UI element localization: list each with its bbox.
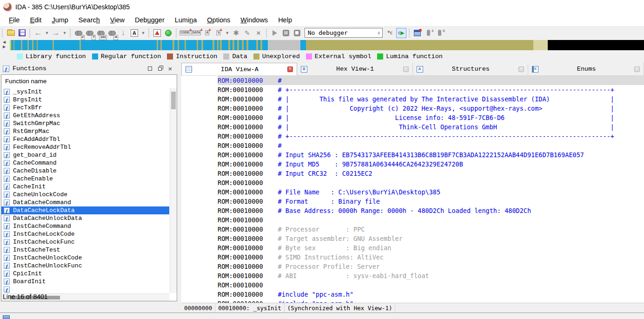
search-text-button[interactable]: T <box>85 28 95 38</box>
toolbar-grip[interactable] <box>175 28 178 38</box>
lumina-button[interactable] <box>163 28 173 38</box>
function-list-item[interactable]: f FecTxBfr <box>1 104 169 112</box>
disassembly-line[interactable]: ROM:00010000#include "ppc-asm.h" <box>218 299 644 303</box>
make-ascii-button[interactable]: A+ <box>202 28 212 38</box>
forward-history-dropdown[interactable]: ▼ <box>62 28 67 38</box>
rename-button[interactable]: A <box>129 28 139 38</box>
menu-item[interactable]: Edit <box>25 15 46 25</box>
delete-breakpoint-button[interactable]: × <box>435 28 445 38</box>
functions-vertical-scrollbar[interactable] <box>170 88 177 293</box>
debugger-select[interactable]: No debugger∨ <box>305 28 383 38</box>
navband-scroll-arrows[interactable]: ◀ ▶ <box>3 40 6 49</box>
add-breakpoint-button[interactable]: + <box>424 28 434 38</box>
open-file-button[interactable] <box>6 28 16 38</box>
disassembly-line[interactable]: ROM:00010000# | License info: 48-591F-7C… <box>218 113 644 122</box>
navigation-band[interactable] <box>10 40 644 50</box>
search-binary-button[interactable]: 101 <box>96 28 106 38</box>
make-string-button[interactable]: 's+ <box>213 28 224 38</box>
debugger-windows-button[interactable] <box>412 28 423 38</box>
edit-function-button[interactable]: ✎ <box>242 28 252 38</box>
make-data-button[interactable]: DATA+ <box>191 28 201 38</box>
menu-item[interactable]: Lumina <box>170 15 202 25</box>
tab-close-icon[interactable]: × <box>518 66 524 72</box>
panel-float-button[interactable] <box>155 66 165 72</box>
search-next-button[interactable]: ➜ <box>107 28 117 38</box>
view-tab[interactable]: Enums × <box>528 63 644 75</box>
make-code-button[interactable]: CODE+ <box>179 28 190 38</box>
disassembly-line[interactable]: ROM:00010000# Input SHA256 : EB7543173AF… <box>218 150 644 160</box>
disassembly-line[interactable]: ROM:00010000# Target assembler: GNU Asse… <box>218 234 644 243</box>
toolbar-grip[interactable] <box>29 28 31 38</box>
disassembly-line[interactable]: ROM:00010000 <box>218 178 644 187</box>
jump-next-button[interactable]: ↓ <box>118 28 128 38</box>
menu-item[interactable]: File <box>4 15 25 25</box>
disassembly-line[interactable]: ROM:00010000# ABI : sysv-eabi-hard_float <box>218 271 644 280</box>
function-list-item[interactable]: f CacheDisable <box>1 167 169 175</box>
save-button[interactable] <box>17 28 27 38</box>
disassembly-line[interactable]: ROM:00010000# Processor Profile: Server <box>218 262 644 271</box>
function-list-item[interactable]: f FecAddAddrTbl <box>1 135 169 143</box>
view-tab[interactable]: Hex View-1 × <box>297 63 413 75</box>
disassembly-line[interactable]: ROM:00010000# +-------------------------… <box>218 132 644 141</box>
disassembly-line[interactable]: ROM:00010000# Input MD5 : 9B757881A06344… <box>218 160 644 169</box>
toolbar-grip[interactable] <box>266 28 268 38</box>
disassembly-line[interactable]: ROM:00010000#include "ppc-asm.h" <box>218 290 644 299</box>
function-list-item[interactable]: f CacheUnlockCode <box>1 191 169 199</box>
function-list-item[interactable]: f DataCacheUnlockData <box>1 214 169 222</box>
function-list-item[interactable]: f CacheEnable <box>1 175 169 183</box>
menu-item[interactable]: Options <box>202 15 235 25</box>
navband-right-arrow-icon[interactable]: ▶ <box>3 45 6 49</box>
scrollbar-thumb[interactable] <box>171 92 176 109</box>
disassembly-line[interactable]: ROM:00010000# +-------------------------… <box>218 85 644 94</box>
debugger-pause-button[interactable] <box>281 28 291 38</box>
tab-close-icon[interactable]: × <box>403 66 409 72</box>
disassembly-line[interactable]: ROM:00010000# Base Address: 0000h Range:… <box>218 206 644 215</box>
function-list-item[interactable]: f InstCacheUnlockFunc <box>1 262 169 270</box>
function-list-item[interactable]: f <box>1 286 169 293</box>
disassembly-line[interactable]: ROM:00010000# Format : Binary file <box>218 197 644 206</box>
function-list-item[interactable]: f SwitchGmrpMac <box>1 120 169 127</box>
panel-close-button[interactable]: × <box>165 65 175 73</box>
function-list-item[interactable]: f InstCacheCommand <box>1 222 169 230</box>
function-list-item[interactable]: f CacheInit <box>1 183 169 191</box>
function-list-item[interactable]: f CpicInit <box>1 270 169 278</box>
function-list-item[interactable]: f InstCacheLockCode <box>1 230 169 238</box>
toolbar-grip[interactable] <box>69 28 72 38</box>
debugger-stop-button[interactable] <box>292 28 302 38</box>
panel-maximize-button[interactable] <box>145 66 155 72</box>
disassembly-view[interactable]: ROM:00010000# ROM:00010000# +-----------… <box>181 76 644 303</box>
delete-function-button[interactable]: × <box>253 28 264 38</box>
toolbar-grip[interactable] <box>148 28 150 38</box>
function-list-item[interactable]: f get_board_id <box>1 151 169 159</box>
disassembly-line[interactable]: ROM:00010000# Processor : PPC <box>218 225 644 234</box>
disassembly-line[interactable]: ROM:00010000# Input CRC32 : C0215EC2 <box>218 169 644 178</box>
navigate-back-button[interactable]: ← <box>33 28 43 38</box>
functions-column-header[interactable]: Function name <box>1 75 177 87</box>
disassembly-line[interactable]: ROM:00010000# <box>218 141 644 150</box>
function-list-item[interactable]: f FecRemoveAddrTbl <box>1 143 169 151</box>
attach-process-button[interactable]: *c <box>385 28 395 38</box>
disassembly-line[interactable]: ROM:00010000# File Name : C:\Users\BurYi… <box>218 187 644 197</box>
function-list-item[interactable]: f BoardInit <box>1 278 169 286</box>
function-list-item[interactable]: f InstCacheTest <box>1 246 169 254</box>
menu-item[interactable]: Debugger <box>130 15 170 25</box>
disassembly-line[interactable]: ROM:00010000# | This file was generated … <box>218 94 644 104</box>
menu-item[interactable]: View <box>105 15 130 25</box>
menu-item[interactable]: Help <box>273 15 297 25</box>
view-tab[interactable]: Structures × <box>413 63 529 75</box>
search-immediate-button[interactable]: # <box>73 28 84 38</box>
function-list-item[interactable]: f GetEthAddress <box>1 112 169 120</box>
make-dropdown[interactable]: ▼ <box>225 28 230 38</box>
function-list-item[interactable]: f InstCacheLockFunc <box>1 238 169 246</box>
function-list-item[interactable]: f DataCacheCommand <box>1 199 169 206</box>
view-tab[interactable]: IDA View-A × <box>181 63 297 75</box>
function-list-item[interactable]: f CacheCommand <box>1 159 169 167</box>
toolbar-grip[interactable] <box>408 28 411 38</box>
disassembly-line[interactable]: ROM:00010000# | Think-Cell Operations Gm… <box>218 122 644 132</box>
debugger-start-button[interactable] <box>270 28 280 38</box>
function-list-item[interactable]: f RstGmrpMac <box>1 127 169 135</box>
disassembly-line[interactable]: ROM:00010000# Byte sex : Big endian <box>218 243 644 253</box>
problems-button[interactable] <box>152 28 162 38</box>
function-list-item[interactable]: f BrgsInit <box>1 96 169 104</box>
menu-item[interactable]: Jump <box>46 15 73 25</box>
